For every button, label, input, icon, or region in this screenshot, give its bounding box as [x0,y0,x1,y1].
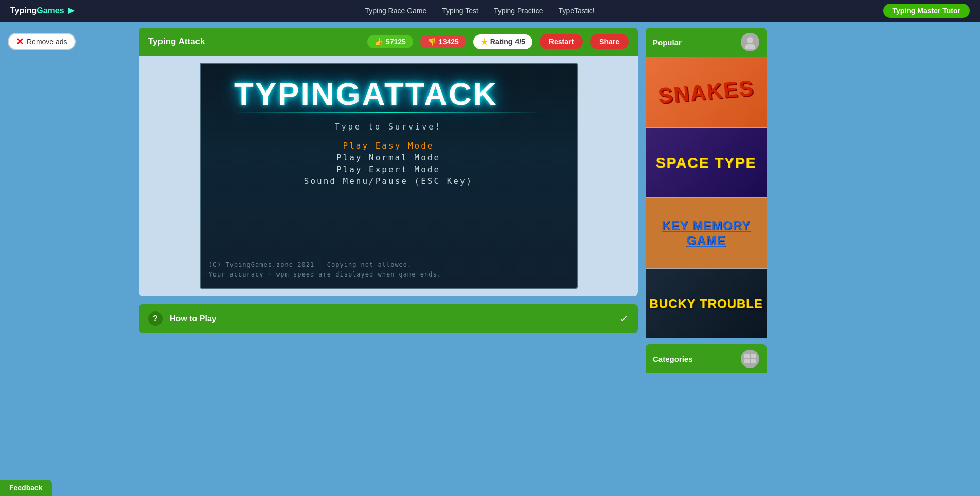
categories-title: Categories [653,355,693,363]
svg-rect-3 [744,354,750,358]
restart-button[interactable]: Restart [540,34,583,49]
user-avatar [741,33,759,51]
navbar: TypingGames Typing Race Game Typing Test… [0,0,980,22]
how-to-play-icon: ? [148,311,163,326]
remove-ads-button[interactable]: ✕ Remove ads [8,33,76,50]
how-to-play-label: How to Play [170,314,620,323]
game-logo-area: TYPINGATTACK [234,78,543,113]
thumbs-down-count: 13425 [439,38,459,46]
game-footer-text: (C) TypingGames.zone 2021 - Copying not … [209,260,441,280]
thumbs-up-icon: 👍 [375,38,383,46]
share-button[interactable]: Share [590,34,629,49]
logo-underline [234,112,543,113]
rating-badge: ★ Rating 4/5 [473,34,532,49]
popular-title: Popular [653,38,682,47]
thumbs-down-button[interactable]: 👎 13425 [420,35,466,48]
space-type-game-card[interactable]: SPACE TYPE [646,127,767,197]
right-panel: Popular SNAKES SPACE TYPE KEY MEMORY GAM… [646,28,767,373]
center-panel: Typing Attack 👍 57125 👎 13425 ★ Rating 4… [139,28,638,373]
rating-value: 4/5 [515,38,525,46]
rating-label: Rating [490,38,513,46]
categories-avatar [741,350,759,368]
site-logo[interactable]: TypingGames [10,6,77,16]
bucky-title: BUCKY TROUBLE [649,297,763,311]
svg-point-1 [747,37,753,43]
logo-text: TypingGames [10,6,64,15]
nav-typing-race[interactable]: Typing Race Game [365,7,426,15]
remove-ads-label: Remove ads [27,38,67,46]
chevron-down-icon: ✓ [620,313,629,325]
svg-marker-0 [68,8,75,14]
star-icon: ★ [480,37,488,47]
play-easy-mode[interactable]: Play Easy Mode [304,141,473,151]
nav-typetastic[interactable]: TypeTastic! [559,7,595,15]
snakes-game-card[interactable]: SNAKES [646,57,767,127]
bucky-trouble-game-card[interactable]: BUCKY TROUBLE [646,268,767,338]
snakes-title: SNAKES [657,75,755,108]
game-wrapper: TYPINGATTACK Type to Survive! Play Easy … [139,56,638,296]
footer-line1: (C) TypingGames.zone 2021 - Copying not … [209,260,441,270]
typing-master-tutor-button[interactable]: Typing Master Tutor [883,4,970,18]
close-icon: ✕ [16,37,24,46]
left-panel: ✕ Remove ads [8,28,131,373]
logo-attack-part: ATTACK [362,78,498,110]
thumbs-up-button[interactable]: 👍 57125 [367,35,413,48]
thumbs-up-count: 57125 [386,38,406,46]
play-expert-mode[interactable]: Play Expert Mode [304,164,473,174]
game-title: Typing Attack [148,36,360,47]
nav-links: Typing Race Game Typing Test Typing Prac… [92,7,868,15]
space-type-title: SPACE TYPE [656,155,756,171]
how-to-play-section[interactable]: ? How to Play ✓ [139,304,638,333]
sound-menu-pause[interactable]: Sound Menu/Pause (ESC Key) [304,176,473,186]
nav-typing-practice[interactable]: Typing Practice [494,7,543,15]
svg-point-2 [745,44,755,49]
feedback-button[interactable]: Feedback [0,480,52,496]
game-header: Typing Attack 👍 57125 👎 13425 ★ Rating 4… [139,28,638,56]
game-logo-text: TYPINGATTACK [234,78,543,110]
game-canvas[interactable]: TYPINGATTACK Type to Survive! Play Easy … [200,63,578,289]
categories-icon [743,352,757,366]
main-container: ✕ Remove ads Typing Attack 👍 57125 👎 134… [0,22,980,379]
game-tagline: Type to Survive! [335,122,442,132]
key-memory-game-card[interactable]: KEY MEMORY GAME [646,197,767,268]
logo-typing: Typing [10,6,37,15]
footer-line2: Your accuracy + wpm speed are displayed … [209,270,441,280]
popular-header: Popular [646,28,767,57]
avatar-icon [743,35,757,49]
categories-header[interactable]: Categories [646,344,767,373]
logo-typing-part: TYPING [234,78,362,110]
logo-games: Games [37,6,64,15]
svg-rect-5 [744,359,750,363]
logo-arrow-icon [66,6,77,16]
play-normal-mode[interactable]: Play Normal Mode [304,153,473,162]
key-memory-title: KEY MEMORY GAME [646,218,767,248]
game-menu: Play Easy Mode Play Normal Mode Play Exp… [304,141,473,186]
thumbs-down-icon: 👎 [427,38,436,46]
svg-rect-4 [751,354,756,358]
nav-typing-test[interactable]: Typing Test [442,7,478,15]
svg-rect-6 [751,359,756,363]
